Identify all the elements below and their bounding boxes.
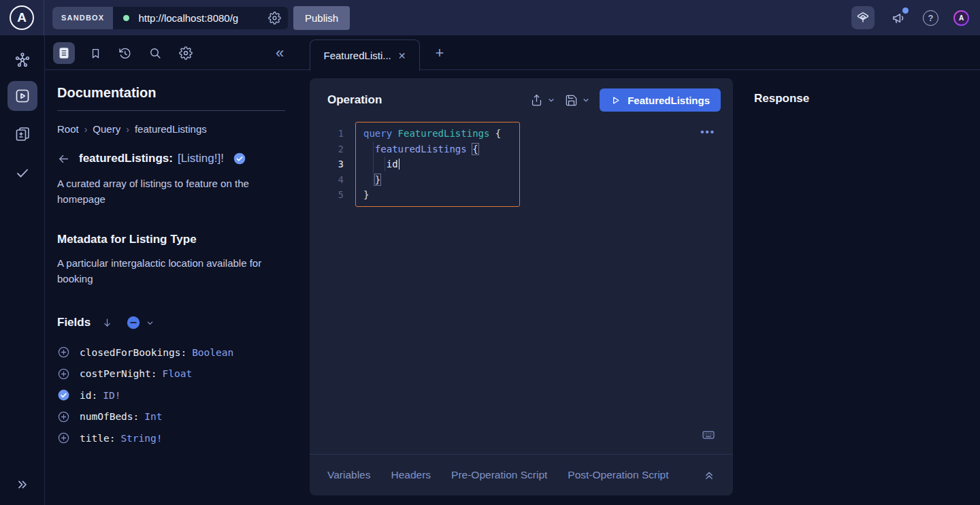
- collapse-footer-panel-icon[interactable]: [703, 469, 715, 481]
- checkmark-icon: [14, 165, 31, 181]
- breadcrumb-separator-icon: ›: [79, 124, 93, 135]
- gear-icon: [179, 46, 193, 60]
- selected-field-name: featuredListings:: [79, 152, 173, 165]
- response-panel: Response: [754, 92, 809, 105]
- run-operation-button[interactable]: FeaturedListings: [600, 88, 721, 112]
- save-options-chevron-icon[interactable]: [582, 96, 590, 104]
- search-tool-button[interactable]: [144, 42, 166, 64]
- announcements-button[interactable]: [891, 10, 906, 26]
- collapse-sidebar-button[interactable]: «: [269, 42, 291, 64]
- field-row-id[interactable]: id: ID!: [57, 385, 285, 406]
- workspace: Operation Featu: [300, 70, 980, 505]
- operation-header: Operation Featu: [310, 78, 733, 122]
- response-panel-title: Response: [754, 92, 809, 105]
- sandbox-environment-badge: SANDBOX: [52, 7, 113, 29]
- notification-dot: [902, 7, 909, 14]
- topbar-actions: ? A: [851, 6, 969, 29]
- publish-button[interactable]: Publish: [293, 6, 350, 30]
- sandbox-box-icon: [855, 10, 870, 25]
- connection-settings-gear-icon[interactable]: [268, 12, 281, 25]
- type-metadata-description: A particular intergalactic location avai…: [57, 255, 285, 287]
- operation-panel-title: Operation: [327, 93, 382, 107]
- documentation-divider: [57, 110, 285, 111]
- breadcrumb-query[interactable]: Query: [93, 123, 120, 135]
- double-chevron-right-icon: [15, 477, 30, 492]
- add-field-icon[interactable]: [57, 410, 71, 423]
- deselect-all-fields-icon[interactable]: [126, 315, 141, 330]
- field-row-title[interactable]: title: String!: [57, 427, 285, 449]
- field-list: closedForBookings: Boolean costPerNight:…: [57, 342, 285, 449]
- tab-pre-operation-script[interactable]: Pre-Operation Script: [451, 469, 547, 481]
- top-bar: A SANDBOX http://localhost:8080/g Publis…: [0, 0, 980, 35]
- breadcrumb-root[interactable]: Root: [57, 123, 79, 135]
- rail-explorer-button[interactable]: [7, 81, 37, 111]
- field-row-num-of-beds[interactable]: numOfBeds: Int: [57, 406, 285, 428]
- keyboard-shortcuts-icon[interactable]: [702, 428, 715, 442]
- new-tab-button[interactable]: +: [430, 44, 449, 63]
- fields-options-chevron-icon[interactable]: [146, 319, 154, 327]
- share-options-chevron-icon[interactable]: [547, 96, 555, 104]
- explorer-settings-button[interactable]: [175, 42, 197, 64]
- documentation-title: Documentation: [57, 85, 285, 101]
- query-code-block[interactable]: queryFeaturedListings{ featuredListings{…: [355, 122, 520, 207]
- tab-post-operation-script[interactable]: Post-Operation Script: [568, 469, 668, 481]
- tab-label: FeaturedListi...: [324, 50, 391, 61]
- type-metadata-title: Metadata for Listing Type: [57, 233, 285, 246]
- selected-field-type[interactable]: [Listing!]!: [178, 152, 224, 165]
- selected-field-description: A curated array of listings to feature o…: [57, 176, 276, 207]
- operation-footer: Variables Headers Pre-Operation Script P…: [310, 454, 733, 495]
- field-row-cost-per-night[interactable]: costPerNight: Float: [57, 363, 285, 385]
- help-button[interactable]: ?: [923, 10, 938, 26]
- tab-headers[interactable]: Headers: [391, 469, 431, 481]
- text-cursor: [399, 159, 400, 169]
- back-arrow-icon[interactable]: [57, 152, 70, 165]
- operation-controls: FeaturedListings: [530, 88, 721, 112]
- field-selected-check-icon[interactable]: [233, 152, 246, 165]
- apollo-sandbox-app: A SANDBOX http://localhost:8080/g Publis…: [0, 0, 980, 505]
- search-icon: [148, 46, 162, 60]
- add-field-icon[interactable]: [57, 346, 71, 359]
- left-icon-rail: [0, 35, 45, 505]
- field-row-closed-for-bookings[interactable]: closedForBookings: Boolean: [57, 342, 285, 363]
- documentation-tool-button[interactable]: [53, 42, 75, 64]
- endpoint-url-input[interactable]: http://localhost:8080/g: [138, 12, 267, 24]
- fields-header: Fields: [57, 315, 285, 330]
- share-operation-icon[interactable]: [530, 94, 543, 107]
- expand-rail-button[interactable]: [7, 471, 37, 498]
- topbar-divider: [44, 0, 44, 35]
- graph-icon: [14, 52, 31, 68]
- connection-status-dot: [123, 15, 129, 21]
- add-field-icon[interactable]: [57, 368, 71, 380]
- document-icon: [57, 46, 71, 60]
- endpoint-url-box[interactable]: SANDBOX http://localhost:8080/g: [52, 7, 288, 29]
- add-field-icon[interactable]: [57, 431, 71, 444]
- rail-graph-button[interactable]: [7, 45, 37, 75]
- sort-fields-icon[interactable]: [101, 317, 113, 329]
- tab-close-icon[interactable]: ✕: [398, 50, 406, 61]
- user-avatar[interactable]: A: [953, 10, 969, 26]
- operation-panel: Operation Featu: [310, 78, 733, 495]
- breadcrumb-separator-icon: ›: [120, 124, 135, 135]
- embed-sandbox-button[interactable]: [851, 6, 875, 29]
- history-tool-button[interactable]: [114, 42, 135, 64]
- play-square-icon: [14, 88, 31, 104]
- tab-featured-listings[interactable]: FeaturedListi... ✕: [310, 39, 420, 71]
- bookmark-icon: [89, 47, 102, 60]
- apollo-logo: A: [10, 5, 34, 30]
- operation-editor[interactable]: 1 2 3 4 5 queryFeaturedListings{ feature…: [310, 122, 733, 454]
- rail-checks-button[interactable]: [7, 158, 37, 188]
- breadcrumb-featured-listings[interactable]: featuredListings: [135, 123, 207, 135]
- save-operation-icon[interactable]: [565, 94, 578, 107]
- schema-diff-icon: [14, 126, 31, 142]
- toolbar-row: « FeaturedListi... ✕ +: [45, 35, 980, 70]
- line-number-gutter: 1 2 3 4 5: [310, 126, 344, 203]
- fields-heading: Fields: [57, 316, 91, 329]
- documentation-panel: Documentation Root › Query › featuredLis…: [45, 70, 300, 505]
- field-selected-check-icon[interactable]: [57, 389, 71, 402]
- breadcrumb: Root › Query › featuredListings: [57, 123, 285, 135]
- saved-operations-tool-button[interactable]: [84, 42, 106, 64]
- tab-variables[interactable]: Variables: [327, 469, 370, 481]
- rail-schema-diff-button[interactable]: [7, 119, 37, 149]
- operation-options-menu-icon[interactable]: •••: [700, 126, 715, 137]
- history-icon: [118, 46, 132, 61]
